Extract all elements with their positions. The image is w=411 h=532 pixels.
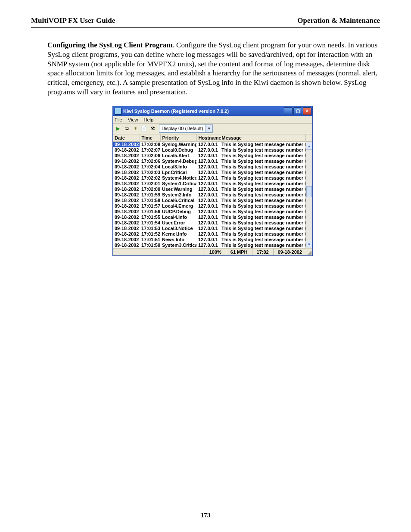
date-cell: 09-18-2002 bbox=[113, 237, 140, 243]
priority-cell: Local4.Info bbox=[160, 215, 196, 220]
msg-cell: This is Syslog test message number 0006 bbox=[220, 220, 306, 226]
table-row[interactable]: 09-18-200217:01:52Kernel.Info127.0.0.1Th… bbox=[113, 231, 312, 237]
msg-cell: This is Syslog test message number 0003 bbox=[220, 237, 306, 243]
time-cell: 17:02:03 bbox=[140, 170, 160, 175]
chevron-down-icon[interactable]: ▼ bbox=[206, 125, 212, 132]
host-cell: 127.0.0.1 bbox=[196, 198, 220, 203]
col-priority[interactable]: Priority bbox=[160, 134, 196, 142]
date-cell: 09-18-2002 bbox=[113, 147, 140, 153]
host-cell: 127.0.0.1 bbox=[196, 203, 220, 209]
intro-paragraph: Configuring the SysLog Client Program. C… bbox=[47, 40, 380, 97]
date-cell: 09-18-2002 bbox=[113, 175, 140, 181]
priority-cell: News.Info bbox=[160, 237, 196, 243]
page-number: 173 bbox=[0, 512, 411, 519]
menu-view[interactable]: View bbox=[128, 117, 138, 122]
msg-cell: This is Syslog test message number 0020 bbox=[220, 141, 306, 147]
tool-icon-1[interactable]: 🗂 bbox=[123, 125, 130, 132]
body-block: Configuring the SysLog Client Program. C… bbox=[47, 40, 380, 255]
msg-cell: This is Syslog test message number 0007 bbox=[220, 215, 306, 220]
titlebar[interactable]: Kiwi Syslog Daemon (Registered version 7… bbox=[113, 106, 312, 116]
tool-icon-2[interactable]: 📄 bbox=[140, 125, 147, 132]
scroll-track[interactable] bbox=[306, 150, 312, 241]
col-hostname[interactable]: Hostname bbox=[196, 134, 220, 142]
table-row[interactable]: 09-18-200217:02:04Local3.Info127.0.0.1Th… bbox=[113, 164, 312, 170]
priority-cell: System4.Notice bbox=[160, 175, 196, 181]
msg-cell: This is Syslog test message number 0014 bbox=[220, 175, 306, 181]
header-right: Operation & Maintenance bbox=[297, 16, 380, 25]
scroll-up-icon[interactable]: ▲ bbox=[306, 143, 312, 150]
host-cell: 127.0.0.1 bbox=[196, 141, 220, 147]
table-row[interactable]: 09-18-200217:01:59System2.Info127.0.0.1T… bbox=[113, 192, 312, 198]
priority-cell: System1.Critical bbox=[160, 181, 196, 187]
time-cell: 17:01:52 bbox=[140, 231, 160, 237]
resize-grip-icon[interactable] bbox=[306, 249, 312, 255]
table-row[interactable]: 09-18-200217:01:55Local4.Info127.0.0.1Th… bbox=[113, 215, 312, 220]
col-time[interactable]: Time bbox=[140, 134, 160, 142]
scroll-thumb[interactable] bbox=[306, 186, 312, 197]
status-mph: 61 MPH bbox=[226, 249, 252, 255]
clear-icon[interactable]: ✶ bbox=[132, 125, 139, 132]
host-cell: 127.0.0.1 bbox=[196, 220, 220, 226]
time-cell: 17:02:08 bbox=[140, 141, 160, 147]
time-cell: 17:02:02 bbox=[140, 175, 160, 181]
msg-cell: This is Syslog test message number 0009 bbox=[220, 203, 306, 209]
table-row[interactable]: 09-18-200217:02:06Local5.Alert127.0.0.1T… bbox=[113, 153, 312, 159]
table-row[interactable]: 09-18-200217:01:51News.Info127.0.0.1This… bbox=[113, 237, 312, 243]
table-row[interactable]: 09-18-200217:01:58Local6.Critical127.0.0… bbox=[113, 198, 312, 203]
host-cell: 127.0.0.1 bbox=[196, 226, 220, 231]
syslog-window: Kiwi Syslog Daemon (Registered version 7… bbox=[113, 106, 312, 255]
table-row[interactable]: 09-18-200217:01:54User.Error127.0.0.1Thi… bbox=[113, 220, 312, 226]
time-cell: 17:01:56 bbox=[140, 209, 160, 215]
maximize-button[interactable]: ▢ bbox=[293, 107, 302, 115]
host-cell: 127.0.0.1 bbox=[196, 231, 220, 237]
msg-cell: This is Syslog test message number 0005 bbox=[220, 226, 306, 231]
table-row[interactable]: 09-18-200217:01:57Local4.Emerg127.0.0.1T… bbox=[113, 203, 312, 209]
date-cell: 09-18-2002 bbox=[113, 209, 140, 215]
table-row[interactable]: 09-18-200217:02:07Local0.Debug127.0.0.1T… bbox=[113, 147, 312, 153]
priority-cell: Syslog.Warning bbox=[160, 141, 196, 147]
table-row[interactable]: 09-18-200217:02:02System4.Notice127.0.0.… bbox=[113, 175, 312, 181]
table-row[interactable]: 09-18-200217:01:50System3.Critical127.0.… bbox=[113, 243, 312, 248]
table-row[interactable]: 09-18-200217:02:06System4.Debug127.0.0.1… bbox=[113, 159, 312, 164]
host-cell: 127.0.0.1 bbox=[196, 237, 220, 243]
col-date[interactable]: Date bbox=[113, 134, 140, 142]
host-cell: 127.0.0.1 bbox=[196, 181, 220, 187]
scroll-down-icon[interactable]: ▼ bbox=[306, 241, 312, 248]
time-cell: 17:02:04 bbox=[140, 164, 160, 170]
window-title: Kiwi Syslog Daemon (Registered version 7… bbox=[123, 109, 229, 114]
table-row[interactable]: 09-18-200217:02:08Syslog.Warning127.0.0.… bbox=[113, 141, 312, 147]
time-cell: 17:01:59 bbox=[140, 192, 160, 198]
table-row[interactable]: 09-18-200217:02:01System1.Critical127.0.… bbox=[113, 181, 312, 187]
priority-cell: Local4.Emerg bbox=[160, 203, 196, 209]
vertical-scrollbar[interactable]: ▲ ▼ bbox=[305, 143, 312, 248]
host-cell: 127.0.0.1 bbox=[196, 147, 220, 153]
msg-cell: This is Syslog test message number 0012 bbox=[220, 187, 306, 192]
display-combo[interactable]: Display 00 (Default) ▼ bbox=[159, 124, 213, 133]
priority-cell: Local5.Alert bbox=[160, 153, 196, 159]
time-cell: 17:01:54 bbox=[140, 220, 160, 226]
table-row[interactable]: 09-18-200217:01:56UUCP.Debug127.0.0.1Thi… bbox=[113, 209, 312, 215]
table-row[interactable]: 09-18-200217:02:00User.Warning127.0.0.1T… bbox=[113, 187, 312, 192]
time-cell: 17:01:58 bbox=[140, 198, 160, 203]
running-header: MultiVOIP FX User Guide Operation & Main… bbox=[31, 16, 380, 27]
priority-cell: User.Error bbox=[160, 220, 196, 226]
priority-cell: Local3.Notice bbox=[160, 226, 196, 231]
col-message[interactable]: Message bbox=[220, 134, 306, 142]
priority-cell: System4.Debug bbox=[160, 159, 196, 164]
time-cell: 17:02:07 bbox=[140, 147, 160, 153]
date-cell: 09-18-2002 bbox=[113, 215, 140, 220]
play-icon[interactable]: ▶ bbox=[115, 125, 121, 132]
date-cell: 09-18-2002 bbox=[113, 226, 140, 231]
intro-lead: Configuring the SysLog Client Program bbox=[47, 41, 173, 49]
host-cell: 127.0.0.1 bbox=[196, 215, 220, 220]
date-cell: 09-18-2002 bbox=[113, 220, 140, 226]
table-row[interactable]: 09-18-200217:01:53Local3.Notice127.0.0.1… bbox=[113, 226, 312, 231]
table-row[interactable]: 09-18-200217:02:03Lpr.Critical127.0.0.1T… bbox=[113, 170, 312, 175]
settings-icon[interactable]: 🛠 bbox=[149, 125, 156, 132]
msg-cell: This is Syslog test message number 0002 bbox=[220, 243, 306, 248]
date-cell: 09-18-2002 bbox=[113, 187, 140, 192]
menu-help[interactable]: Help bbox=[144, 117, 154, 122]
close-button[interactable]: × bbox=[303, 107, 311, 115]
minimize-button[interactable]: _ bbox=[284, 107, 293, 115]
menu-file[interactable]: File bbox=[115, 117, 122, 122]
